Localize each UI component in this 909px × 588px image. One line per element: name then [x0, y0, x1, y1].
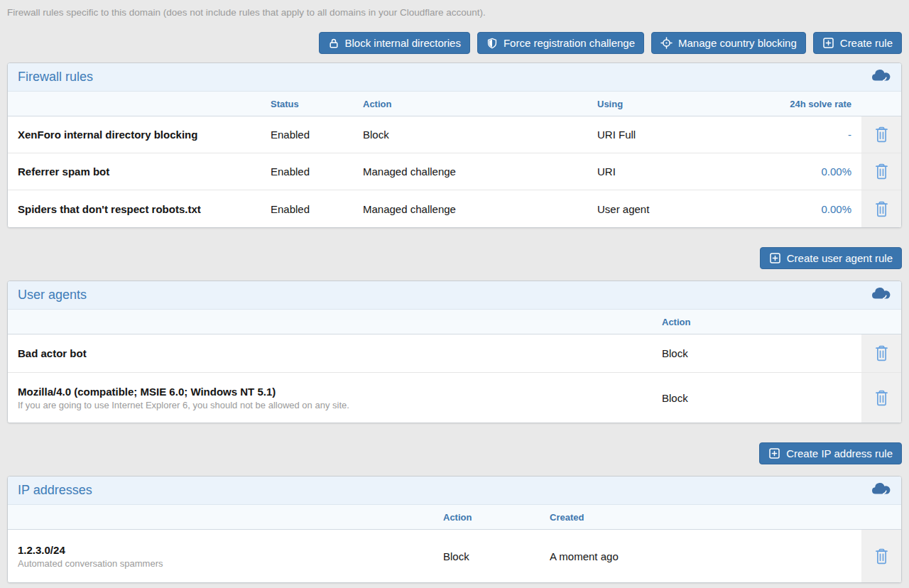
rule-name: Spiders that don't respect robots.txt — [8, 190, 271, 227]
solve-rate-cell: 0.00% — [718, 190, 861, 227]
page: Firewall rules specific to this domain (… — [0, 0, 909, 583]
created-cell: A moment ago — [550, 530, 861, 582]
rule-name: Referrer spam bot — [8, 153, 271, 190]
user-agents-title-bar: User agents — [8, 281, 901, 310]
panel-title: Firewall rules — [18, 70, 93, 85]
panel-title: IP addresses — [18, 483, 92, 498]
delete-rule-button[interactable] — [871, 545, 892, 567]
status-cell: Enabled — [271, 153, 363, 190]
cloudflare-cloud-icon — [870, 482, 891, 499]
toolbar: Block internal directories Force registr… — [7, 32, 902, 54]
page-description: Firewall rules specific to this domain (… — [7, 6, 902, 18]
status-cell: Enabled — [271, 190, 363, 227]
user-agents-panel: User agents Action Bad actor bot Block — [7, 281, 902, 423]
table-row: Spiders that don't respect robots.txt En… — [8, 190, 901, 227]
delete-rule-button[interactable] — [871, 387, 892, 409]
user-agents-header-row: Action — [8, 310, 901, 334]
column-header-created: Created — [550, 512, 861, 523]
user-agent-description: If you are going to use Internet Explore… — [18, 400, 349, 410]
user-agent-name: Bad actor bot — [8, 334, 662, 372]
action-cell: Block — [662, 334, 861, 372]
ip-address-cell: 1.2.3.0/24 Automated conversation spamme… — [8, 530, 443, 582]
cloudflare-cloud-icon — [870, 287, 891, 303]
using-cell: User agent — [597, 190, 718, 227]
column-header-status: Status — [271, 99, 363, 109]
plus-square-icon — [769, 252, 781, 264]
row-actions-cell — [861, 334, 901, 372]
ip-address: 1.2.3.0/24 — [18, 544, 163, 556]
column-header-action: Action — [443, 512, 550, 523]
plus-square-icon — [822, 37, 834, 49]
button-label: Create rule — [840, 37, 893, 49]
button-label: Create IP address rule — [786, 447, 893, 459]
firewall-rules-panel: Firewall rules Status Action Using 24h s… — [7, 62, 902, 228]
create-rule-button[interactable]: Create rule — [813, 32, 902, 54]
column-header-action: Action — [363, 99, 597, 109]
create-user-agent-rule-button[interactable]: Create user agent rule — [760, 247, 902, 269]
action-cell: Block — [443, 530, 550, 582]
row-actions-cell — [861, 116, 901, 153]
firewall-rules-header-row: Status Action Using 24h solve rate — [8, 92, 901, 116]
solve-rate-cell: 0.00% — [718, 153, 861, 190]
action-cell: Managed challenge — [363, 153, 597, 190]
user-agent-cell: Mozilla/4.0 (compatible; MSIE 6.0; Windo… — [8, 373, 662, 423]
delete-rule-button[interactable] — [871, 124, 892, 146]
button-label: Create user agent rule — [787, 252, 893, 264]
column-header-solve-rate: 24h solve rate — [718, 99, 861, 109]
ip-address-description: Automated conversation spammers — [18, 558, 163, 569]
shield-icon — [486, 38, 498, 49]
table-row: 1.2.3.0/24 Automated conversation spamme… — [8, 530, 901, 582]
row-actions-cell — [861, 373, 901, 423]
delete-rule-button[interactable] — [871, 198, 892, 220]
using-cell: URI Full — [597, 116, 718, 153]
button-label: Manage country blocking — [678, 37, 797, 49]
crosshair-icon — [660, 37, 673, 49]
using-cell: URI — [597, 153, 718, 190]
column-header-action: Action — [662, 317, 861, 327]
action-cell: Managed challenge — [363, 190, 597, 227]
force-registration-challenge-button[interactable]: Force registration challenge — [477, 32, 644, 54]
table-row: Mozilla/4.0 (compatible; MSIE 6.0; Windo… — [8, 373, 901, 423]
create-ip-address-rule-button[interactable]: Create IP address rule — [759, 442, 902, 464]
action-cell: Block — [363, 116, 597, 153]
ip-addresses-title-bar: IP addresses — [8, 477, 901, 505]
block-internal-directories-button[interactable]: Block internal directories — [319, 32, 470, 54]
panel-title: User agents — [18, 288, 87, 303]
delete-rule-button[interactable] — [871, 342, 892, 364]
status-cell: Enabled — [271, 116, 363, 153]
row-actions-cell — [861, 190, 901, 227]
column-header-using: Using — [597, 99, 718, 109]
cloudflare-cloud-icon — [870, 69, 891, 85]
manage-country-blocking-button[interactable]: Manage country blocking — [651, 32, 806, 54]
row-actions-cell — [861, 530, 901, 582]
ip-addresses-panel: IP addresses Action Created 1.2.3.0/24 A… — [7, 476, 902, 583]
button-label: Force registration challenge — [504, 37, 635, 49]
action-cell: Block — [662, 373, 861, 423]
ip-addresses-header-row: Action Created — [8, 505, 901, 530]
table-row: Referrer spam bot Enabled Managed challe… — [8, 153, 901, 190]
delete-rule-button[interactable] — [871, 160, 892, 183]
row-actions-cell — [861, 153, 901, 190]
lock-icon — [328, 38, 339, 49]
plus-square-icon — [768, 447, 780, 459]
create-ip-row: Create IP address rule — [7, 442, 902, 464]
create-user-agent-row: Create user agent rule — [7, 247, 902, 269]
button-label: Block internal directories — [345, 37, 461, 49]
rule-name: XenForo internal directory blocking — [8, 116, 271, 153]
firewall-rules-title-bar: Firewall rules — [8, 63, 901, 92]
table-row: XenForo internal directory blocking Enab… — [8, 116, 901, 153]
table-row: Bad actor bot Block — [8, 334, 901, 373]
solve-rate-cell: - — [718, 116, 861, 153]
user-agent-name: Mozilla/4.0 (compatible; MSIE 6.0; Windo… — [18, 386, 349, 398]
